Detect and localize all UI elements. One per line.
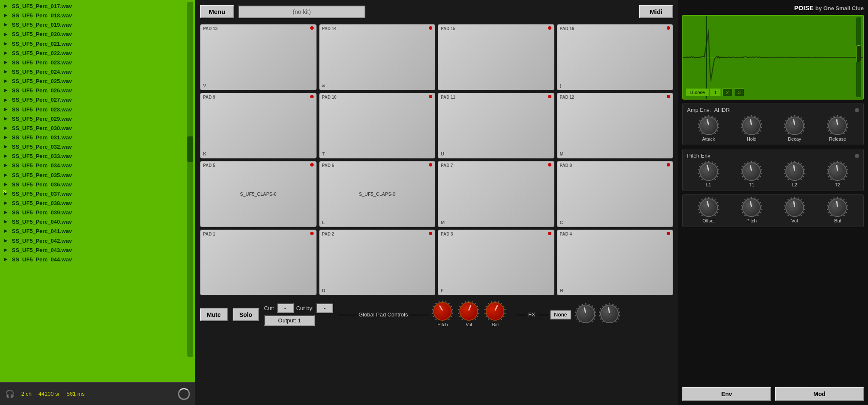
knob-attack[interactable] — [699, 117, 718, 135]
waveform-display[interactable]: LLoose 1 2 3 — [682, 15, 864, 100]
svg-point-132 — [847, 127, 848, 128]
knob-wrapper[interactable] — [486, 302, 504, 321]
file-item[interactable]: SS_UF5_Perc_017.wav — [0, 2, 195, 11]
file-item[interactable]: SS_UF5_Perc_036.wav — [0, 180, 195, 189]
file-item[interactable]: SS_UF5_Perc_038.wav — [0, 199, 195, 208]
knob-decay[interactable] — [785, 117, 804, 135]
knob-wrapper[interactable] — [699, 162, 718, 181]
pad-pad13[interactable]: PAD 13V — [200, 24, 317, 90]
file-item[interactable]: SS_UF5_Perc_021.wav — [0, 39, 195, 49]
svg-point-101 — [761, 123, 762, 125]
cut-by-value[interactable]: - — [316, 303, 333, 313]
file-item[interactable]: SS_UF5_Perc_022.wav — [0, 49, 195, 58]
knob-wrapper[interactable] — [785, 198, 804, 217]
knob-offset[interactable] — [699, 198, 718, 217]
waveform-scrollbar[interactable] — [856, 17, 861, 97]
pad-pad2[interactable]: PAD 2D — [319, 230, 436, 296]
mod-button[interactable]: Mod — [775, 387, 864, 401]
knob-l2[interactable] — [785, 162, 804, 181]
file-item[interactable]: SS_UF5_Perc_034.wav — [0, 161, 195, 170]
pad-pad6[interactable]: PAD 6S_UF5_CLAPS-0L — [319, 161, 436, 227]
pad-pad16[interactable]: PAD 16( — [557, 24, 673, 90]
file-item[interactable]: SS_UF5_Perc_030.wav — [0, 124, 195, 133]
file-item[interactable]: SS_UF5_Perc_035.wav — [0, 171, 195, 180]
knob-wrapper[interactable] — [459, 302, 478, 321]
file-item[interactable]: SS_UF5_Perc_028.wav — [0, 105, 195, 114]
waveform-btn2[interactable]: 2 — [722, 89, 732, 96]
knob-bal[interactable] — [486, 302, 504, 321]
pad-pad8[interactable]: PAD 8C — [557, 161, 673, 227]
file-item[interactable]: SS_UF5_Perc_024.wav — [0, 67, 195, 77]
knob-pitch[interactable] — [742, 198, 761, 217]
knob-wrapper[interactable] — [742, 198, 761, 217]
knob-wrapper[interactable] — [742, 162, 761, 181]
knob-wrapper[interactable] — [600, 305, 619, 323]
midi-button[interactable]: Midi — [639, 5, 673, 18]
poise-sub: by One Small Clue — [815, 5, 864, 11]
waveform-btn3[interactable]: 3 — [734, 89, 744, 96]
pad-pad4[interactable]: PAD 4H — [557, 230, 673, 296]
knob-wrapper[interactable] — [785, 117, 804, 135]
pad-pad7[interactable]: PAD 7M — [438, 161, 554, 227]
pad-pad14[interactable]: PAD 14& — [319, 24, 436, 90]
output-display[interactable]: Output: 1 — [264, 315, 315, 326]
pad-pad9[interactable]: PAD 9K — [200, 93, 317, 159]
svg-point-133 — [846, 130, 847, 132]
fx-value[interactable]: None — [550, 310, 571, 319]
knob-wrapper[interactable] — [785, 162, 804, 181]
knob-wrapper[interactable] — [742, 117, 761, 135]
menu-button[interactable]: Menu — [200, 5, 234, 18]
knob-wrapper[interactable] — [828, 162, 847, 181]
knob-release[interactable] — [828, 117, 847, 135]
file-item[interactable]: SS_UF5_Perc_043.wav — [0, 246, 195, 255]
pad-pad11[interactable]: PAD 11U — [438, 93, 554, 159]
knob-wrapper[interactable] — [828, 198, 847, 217]
pad-pad15[interactable]: PAD 15 — [438, 24, 554, 90]
pad-pad3[interactable]: PAD 3F — [438, 230, 554, 296]
file-item[interactable]: SS_UF5_Perc_027.wav — [0, 95, 195, 105]
knob-vol[interactable] — [459, 302, 478, 321]
file-item[interactable]: SS_UF5_Perc_025.wav — [0, 77, 195, 86]
waveform-lloose-btn[interactable]: LLoose — [686, 89, 709, 96]
file-item[interactable]: SS_UF5_Perc_031.wav — [0, 133, 195, 142]
waveform-scroll-thumb[interactable] — [856, 45, 861, 62]
pad-pad1[interactable]: PAD 1 — [200, 230, 317, 296]
knob-wrapper[interactable] — [828, 117, 847, 135]
knob-vol[interactable] — [785, 198, 804, 217]
file-item[interactable]: SS_UF5_Perc_018.wav — [0, 11, 195, 20]
knob-bal[interactable] — [828, 198, 847, 217]
mute-button[interactable]: Mute — [200, 308, 228, 321]
file-item[interactable]: SS_UF5_Perc_020.wav — [0, 30, 195, 39]
pad-pad10[interactable]: PAD 10T — [319, 93, 436, 159]
file-item[interactable]: SS_UF5_Perc_040.wav — [0, 217, 195, 227]
env-button[interactable]: Env — [682, 387, 771, 401]
file-item[interactable]: SS_UF5_Perc_023.wav — [0, 58, 195, 67]
knob-wrapper[interactable] — [576, 305, 595, 323]
file-item[interactable]: SS_UF5_Perc_032.wav — [0, 142, 195, 152]
pad-pad5[interactable]: PAD 5S_UF5_CLAPS-0 — [200, 161, 317, 227]
knob-wrapper[interactable] — [699, 117, 718, 135]
file-item[interactable]: SS_UF5_Perc_019.wav — [0, 20, 195, 30]
cut-value[interactable]: - — [277, 303, 294, 313]
file-item[interactable]: SS_UF5_Perc_044.wav — [0, 255, 195, 264]
pad-pad12[interactable]: PAD 12M — [557, 93, 673, 159]
file-item[interactable]: SS_UF5_Perc_039.wav — [0, 208, 195, 217]
knob-t1[interactable] — [742, 162, 761, 181]
knob-t2[interactable] — [828, 162, 847, 181]
knob-wrapper[interactable] — [699, 198, 718, 217]
svg-point-13 — [451, 316, 452, 317]
file-item[interactable]: SS_UF5_Perc_029.wav — [0, 114, 195, 124]
file-item[interactable]: SS_UF5_Perc_026.wav — [0, 86, 195, 95]
knob-l1[interactable] — [699, 162, 718, 181]
knob-hold[interactable] — [742, 117, 761, 135]
file-item[interactable]: SS_UF5_Perc_041.wav — [0, 227, 195, 236]
waveform-btn1[interactable]: 1 — [710, 89, 721, 96]
knob-wrapper[interactable] — [433, 302, 452, 321]
solo-button[interactable]: Solo — [233, 308, 259, 321]
knob-pitch[interactable] — [433, 302, 452, 321]
file-item[interactable]: SS_UF5_Perc_033.wav — [0, 152, 195, 161]
knob-[interactable] — [576, 305, 595, 323]
file-item[interactable]: SS_UF5_Perc_037.wav — [0, 189, 195, 199]
knob-[interactable] — [600, 305, 619, 323]
file-item[interactable]: SS_UF5_Perc_042.wav — [0, 236, 195, 246]
